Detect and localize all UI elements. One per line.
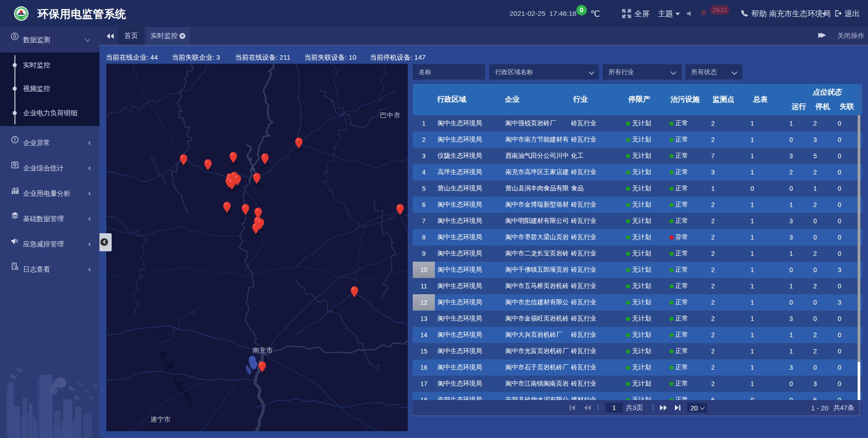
svg-text:遂宁市: 遂宁市	[151, 415, 171, 423]
svg-text:南充市: 南充市	[253, 346, 273, 354]
svg-text:巴中市: 巴中市	[380, 111, 401, 119]
